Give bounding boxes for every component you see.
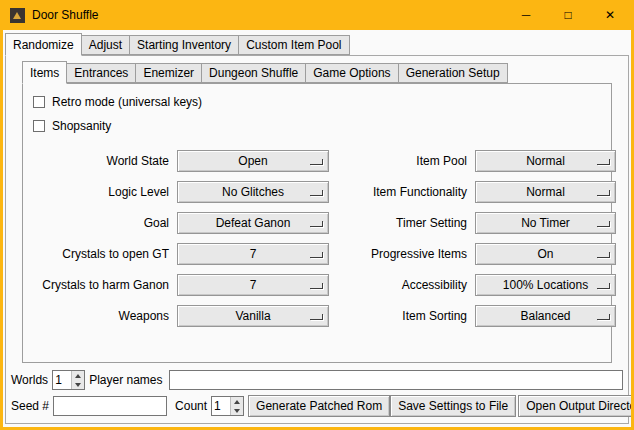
dropdown-indicator-icon [597,314,610,320]
field-label: Item Pool [339,154,467,168]
close-button[interactable]: ✕ [589,0,631,30]
tab-entrances[interactable]: Entrances [66,63,136,83]
randomize-panel: Items Entrances Enemizer Dungeon Shuffle… [5,55,629,424]
seed-row: Seed # Count Generate Patched Rom Save S… [11,395,623,417]
form-row: Item Pool Normal [339,150,616,172]
field-label: Crystals to open GT [33,247,169,261]
spin-up-icon[interactable] [231,397,243,406]
dropdown-indicator-icon [310,221,323,227]
accessibility-dropdown[interactable]: 100% Locations [475,274,616,296]
form-row: Item Functionality Normal [339,181,616,203]
tab-starting-inventory[interactable]: Starting Inventory [129,35,239,55]
spinner-buttons [230,397,243,415]
field-label: Logic Level [33,185,169,199]
bottom-controls: Worlds Player names Seed # Count [11,369,623,417]
checkbox-label: Retro mode (universal keys) [52,95,202,109]
goal-dropdown[interactable]: Defeat Ganon [177,212,329,234]
items-panel: Retro mode (universal keys) Shopsanity W… [22,83,612,363]
spinner-buttons [71,371,84,389]
field-label: Accessibility [339,278,467,292]
minimize-icon: ─ [522,8,531,22]
spin-down-icon[interactable] [231,406,243,415]
logic-level-dropdown[interactable]: No Glitches [177,181,329,203]
tab-dungeon-shuffle[interactable]: Dungeon Shuffle [201,63,306,83]
window-title: Door Shuffle [32,8,505,22]
worlds-label: Worlds [11,373,48,387]
checkbox-icon [33,120,45,132]
dropdown-indicator-icon [310,190,323,196]
form-row: Crystals to open GT 7 [33,243,329,265]
player-names-label: Player names [89,373,162,387]
field-label: Progressive Items [339,247,467,261]
worlds-row: Worlds Player names [11,369,623,391]
worlds-spinbox [52,370,85,390]
form-row: Item Sorting Balanced [339,305,616,327]
form-row: Accessibility 100% Locations [339,274,616,296]
crystals-open-gt-dropdown[interactable]: 7 [177,243,329,265]
form-row: Timer Setting No Timer [339,212,616,234]
dropdown-indicator-icon [310,283,323,289]
item-pool-dropdown[interactable]: Normal [475,150,616,172]
player-names-input[interactable] [169,370,624,390]
dropdown-indicator-icon [310,314,323,320]
checkbox-icon [33,96,45,108]
dropdown-indicator-icon [597,190,610,196]
maximize-icon: □ [564,8,571,22]
tab-adjust[interactable]: Adjust [81,35,130,55]
field-label: Timer Setting [339,216,467,230]
world-state-dropdown[interactable]: Open [177,150,329,172]
maximize-button[interactable]: □ [547,0,589,30]
dropdown-indicator-icon [597,221,610,227]
tab-items[interactable]: Items [22,61,67,84]
inner-tabbar: Items Entrances Enemizer Dungeon Shuffle… [22,61,628,83]
form-column-right: Item Pool Normal Item Functionality Norm… [339,150,616,336]
count-spinbox [211,396,244,416]
save-settings-button[interactable]: Save Settings to File [390,395,516,417]
field-label: Weapons [33,309,169,323]
dropdown-indicator-icon [310,159,323,165]
titlebar[interactable]: Door Shuffle ─ □ ✕ [3,0,631,30]
dropdown-indicator-icon [597,252,610,258]
settings-form: World State Open Logic Level No Glitches [33,150,611,336]
form-row: World State Open [33,150,329,172]
form-row: Crystals to harm Ganon 7 [33,274,329,296]
dropdown-indicator-icon [597,159,610,165]
generate-rom-button[interactable]: Generate Patched Rom [248,395,390,417]
tab-enemizer[interactable]: Enemizer [135,63,202,83]
open-output-button[interactable]: Open Output Directory [518,395,634,417]
count-input[interactable] [212,397,230,415]
tab-randomize[interactable]: Randomize [5,33,82,56]
app-icon [10,8,25,23]
progressive-items-dropdown[interactable]: On [475,243,616,265]
timer-setting-dropdown[interactable]: No Timer [475,212,616,234]
seed-input[interactable] [53,396,167,416]
door-shuffle-window: Door Shuffle ─ □ ✕ Randomize Adjust Star… [0,0,634,430]
tab-custom-item-pool[interactable]: Custom Item Pool [238,35,349,55]
outer-tabbar: Randomize Adjust Starting Inventory Cust… [5,33,631,55]
form-row: Weapons Vanilla [33,305,329,327]
checkbox-retro-mode[interactable]: Retro mode (universal keys) [33,90,611,114]
field-label: Crystals to harm Ganon [33,278,169,292]
minimize-button[interactable]: ─ [505,0,547,30]
seed-label: Seed # [11,399,49,413]
field-label: Item Sorting [339,309,467,323]
checkbox-label: Shopsanity [52,119,111,133]
form-row: Progressive Items On [339,243,616,265]
spin-up-icon[interactable] [72,371,84,380]
form-column-left: World State Open Logic Level No Glitches [33,150,329,336]
count-label: Count [175,399,207,413]
field-label: Goal [33,216,169,230]
tab-generation-setup[interactable]: Generation Setup [398,63,508,83]
field-label: Item Functionality [339,185,467,199]
form-row: Logic Level No Glitches [33,181,329,203]
tab-game-options[interactable]: Game Options [305,63,398,83]
dropdown-indicator-icon [597,283,610,289]
spin-down-icon[interactable] [72,380,84,389]
worlds-input[interactable] [53,371,71,389]
item-functionality-dropdown[interactable]: Normal [475,181,616,203]
weapons-dropdown[interactable]: Vanilla [177,305,329,327]
close-icon: ✕ [605,8,615,22]
crystals-harm-ganon-dropdown[interactable]: 7 [177,274,329,296]
item-sorting-dropdown[interactable]: Balanced [475,305,616,327]
checkbox-shopsanity[interactable]: Shopsanity [33,114,611,138]
